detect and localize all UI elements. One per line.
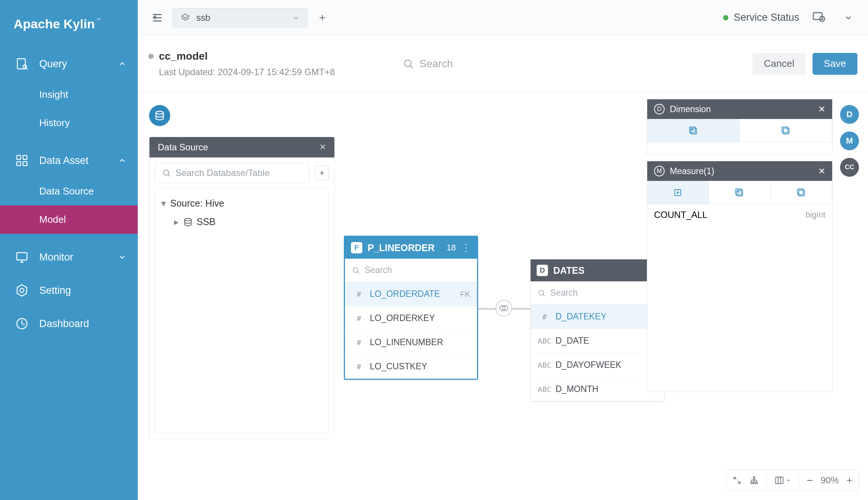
close-icon[interactable]: ✕	[319, 142, 326, 152]
measure-batch-add[interactable]	[709, 181, 770, 204]
svg-rect-0	[17, 59, 25, 69]
dimension-icon: D	[654, 104, 665, 114]
svg-rect-7	[17, 253, 27, 260]
svg-point-31	[539, 290, 544, 295]
table-header[interactable]: D DATES 1	[531, 259, 664, 281]
dimension-stack[interactable]	[740, 119, 832, 142]
svg-rect-5	[17, 162, 21, 166]
fact-badge-icon: F	[351, 242, 362, 253]
model-search[interactable]: Search	[403, 58, 453, 70]
nav-data-asset[interactable]: Data Asset	[0, 144, 138, 177]
brand: Apache Kylin™	[0, 8, 138, 40]
svg-point-26	[185, 218, 191, 221]
dimension-batch-add[interactable]	[647, 119, 740, 142]
svg-point-21	[156, 111, 163, 114]
nav-history[interactable]: History	[0, 109, 138, 137]
table-search[interactable]: Search	[345, 259, 477, 282]
table-column[interactable]: #LO_ORDERDATEFK	[345, 282, 477, 306]
tree-view-button[interactable]	[749, 475, 759, 485]
close-icon[interactable]: ✕	[818, 166, 825, 176]
svg-rect-6	[23, 162, 27, 166]
rail-measure-button[interactable]: M	[840, 131, 859, 150]
tree-source-row[interactable]: ▾ Source: Hive	[161, 194, 323, 213]
caret-right-icon: ▸	[174, 216, 183, 227]
table-search[interactable]: Search	[531, 281, 664, 305]
service-status[interactable]: Service Status	[723, 12, 799, 23]
add-project-button[interactable]: +	[314, 10, 330, 26]
svg-rect-3	[17, 156, 21, 160]
table-header[interactable]: F P_LINEORDER 18 ⋮	[345, 237, 477, 259]
table-p-lineorder[interactable]: F P_LINEORDER 18 ⋮ Search #LO_ORDERDATEF…	[344, 236, 478, 380]
svg-point-19	[405, 60, 411, 67]
nav-insight[interactable]: Insight	[0, 80, 138, 109]
layout-button[interactable]	[774, 475, 791, 485]
data-source-panel-title: Data Source ✕	[149, 137, 334, 157]
nav-query[interactable]: Query	[0, 47, 138, 80]
column-tag: FK	[460, 290, 470, 299]
nav-data-source[interactable]: Data Source	[0, 177, 138, 205]
header-row: cc_model Last Updated: 2024-09-17 15:42:…	[138, 35, 868, 92]
rail-dimension-button[interactable]: D	[840, 105, 859, 124]
save-button[interactable]: Save	[813, 53, 857, 75]
svg-point-53	[756, 482, 757, 484]
canvas[interactable]: Data Source ✕ Search Database/Table	[138, 92, 868, 500]
sidebar-toggle[interactable]	[149, 9, 166, 26]
chevron-down-icon	[292, 14, 300, 22]
join-badge[interactable]	[496, 300, 512, 316]
search-icon	[537, 289, 546, 297]
svg-rect-54	[776, 477, 783, 483]
add-data-source-button[interactable]	[315, 166, 329, 180]
dimension-panel: D Dimension ✕	[647, 99, 833, 155]
kebab-icon[interactable]: ⋮	[461, 242, 471, 254]
zoom-out-button[interactable]: −	[806, 474, 813, 487]
svg-marker-16	[182, 14, 189, 18]
search-icon	[162, 168, 171, 177]
project-select[interactable]: ssb	[172, 8, 308, 28]
fullscreen-button[interactable]	[733, 476, 742, 485]
data-source-toggle[interactable]	[149, 105, 170, 126]
database-icon	[183, 217, 193, 227]
rail-cc-button[interactable]: CC	[840, 158, 859, 177]
table-column[interactable]: #LO_LINENUMBER	[345, 330, 477, 355]
status-dot-icon	[723, 15, 728, 20]
system-icon[interactable]	[811, 9, 828, 26]
close-icon[interactable]: ✕	[818, 104, 825, 114]
table-column[interactable]: ABCD_DATE	[531, 329, 664, 353]
nav-setting[interactable]: Setting	[0, 274, 138, 307]
column-type-icon: ABC	[537, 361, 552, 370]
data-source-search[interactable]: Search Database/Table	[155, 163, 309, 183]
chevron-up-icon	[118, 156, 126, 165]
model-last-updated: Last Updated: 2024-09-17 15:42:59 GMT+8	[159, 67, 335, 77]
table-column[interactable]: ABCD_MONTH	[531, 377, 664, 401]
svg-point-52	[753, 482, 755, 484]
svg-line-28	[357, 272, 359, 273]
tree-db-row[interactable]: ▸ SSB	[161, 213, 323, 231]
measure-title: M Measure(1) ✕	[647, 161, 832, 181]
dimension-title: D Dimension ✕	[647, 99, 832, 119]
chevron-up-icon	[118, 60, 126, 68]
table-dates[interactable]: D DATES 1 Search #D_DATEKEYABCD_DATEABCD…	[530, 259, 665, 402]
measure-row[interactable]: COUNT_ALLbigint	[647, 204, 832, 225]
user-menu[interactable]	[840, 9, 857, 26]
search-icon	[352, 266, 360, 275]
cancel-button[interactable]: Cancel	[753, 53, 806, 75]
svg-point-11	[20, 289, 24, 293]
table-column[interactable]: #D_DATEKEY	[531, 305, 664, 329]
join-icon	[496, 300, 512, 316]
column-type-icon: #	[352, 314, 366, 323]
data-source-tree: ▾ Source: Hive ▸ SSB	[155, 188, 329, 433]
nav-dashboard[interactable]: Dashboard	[0, 307, 138, 340]
topbar: ssb + Service Status	[138, 0, 868, 35]
query-icon	[14, 56, 30, 72]
measure-stack[interactable]	[771, 181, 832, 204]
table-column[interactable]: ABCD_DAYOFWEEK	[531, 353, 664, 377]
svg-line-2	[26, 68, 28, 69]
nav-monitor[interactable]: Monitor	[0, 241, 138, 274]
nav-model[interactable]: Model	[0, 205, 138, 234]
table-column[interactable]: #LO_ORDERKEY	[345, 306, 477, 330]
zoom-in-button[interactable]: +	[846, 474, 853, 486]
column-type-icon: ABC	[537, 385, 552, 394]
zoom-bar: − 90% +	[726, 470, 859, 491]
measure-add[interactable]	[647, 181, 709, 204]
table-column[interactable]: #LO_CUSTKEY	[345, 355, 477, 379]
